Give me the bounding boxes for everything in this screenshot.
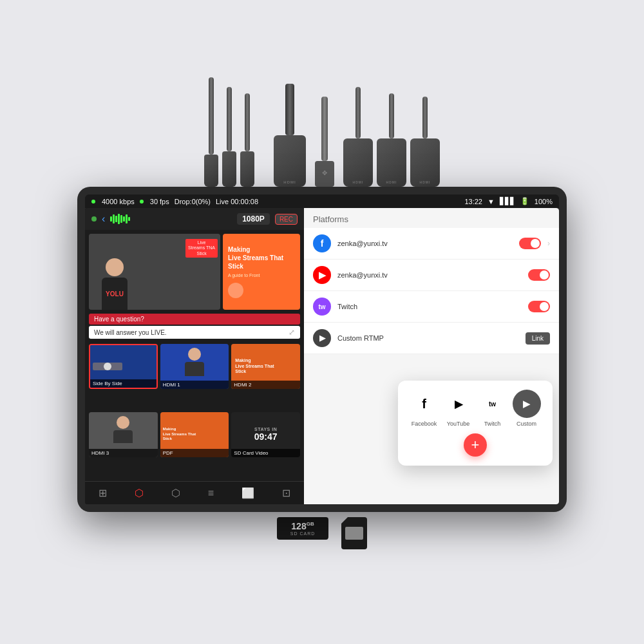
popup-facebook[interactable]: f Facebook	[410, 390, 439, 427]
tab-layers-icon[interactable]: ⬡	[131, 483, 147, 503]
secondary-text: MakingLive Streams ThatStick	[228, 245, 295, 270]
sd-card: 128GB SD CARD	[277, 517, 328, 540]
status-dot-fps	[140, 200, 144, 204]
platform-twitch[interactable]: tw Twitch	[304, 291, 559, 323]
twitch-icon: tw	[313, 298, 331, 316]
facebook-icon: f	[313, 234, 331, 252]
source-label-hdmi1: HDMI 1	[160, 381, 229, 389]
play-circle[interactable]	[228, 283, 243, 298]
rec-badge[interactable]: REC	[275, 214, 298, 225]
custom-rtmp-icon: ▶	[313, 329, 331, 347]
platform-facebook[interactable]: f zenka@yunxi.tv ›	[304, 228, 559, 260]
battery-label: 100%	[535, 198, 553, 205]
live-streams-banner: LiveStreams TNAStick	[185, 239, 218, 258]
status-dot-green	[91, 200, 95, 204]
source-pdf[interactable]: MakingLive Streams ThatStick PDF	[160, 412, 229, 457]
expand-icon[interactable]: ⤢	[289, 328, 295, 337]
source-label-hdmi2: HDMI 2	[231, 381, 300, 389]
sim-card	[341, 517, 367, 549]
live-label: Live 00:00:08	[216, 198, 258, 205]
screen: ‹ 1080P REC	[85, 208, 559, 504]
source-sdcard[interactable]: STAYS IN 09:47 SD Card Video	[231, 412, 300, 457]
tab-sliders-icon[interactable]: ≡	[204, 484, 218, 503]
source-label-sdcard: SD Card Video	[231, 449, 300, 457]
timer-value: 09:47	[254, 431, 278, 442]
back-button[interactable]: ‹	[102, 213, 105, 225]
resolution-badge: 1080P	[237, 213, 270, 225]
cable-r1: HDMI	[343, 87, 373, 187]
popup-custom-icon: ▶	[513, 390, 541, 418]
platform-custom-rtmp[interactable]: ▶ Custom RTMP Link	[304, 323, 559, 354]
popup-youtube-label: YouTube	[447, 421, 469, 427]
popup-twitch[interactable]: tw Twitch	[478, 390, 507, 427]
cable-group-left	[204, 77, 254, 187]
preview-secondary: MakingLive Streams ThatStick A guide to …	[223, 234, 300, 310]
signal-icon: ▋▋▋	[500, 197, 515, 205]
sim-inner	[345, 527, 363, 540]
body: YOLU	[102, 278, 128, 310]
twitch-name: Twitch	[337, 303, 522, 310]
popup-icons: f Facebook ▶ YouTube tw Twitch	[407, 390, 544, 427]
bottom-tabs: ⊞ ⬡ ⬡ ≡ ⬜ ⊡	[85, 481, 304, 504]
facebook-chevron: ›	[547, 239, 550, 248]
source-hdmi3[interactable]: HDMI 3	[89, 412, 158, 457]
tab-share-icon[interactable]: ⬡	[167, 483, 184, 503]
device: 4000 kbps 30 fps Drop:0(0%) Live 00:00:0…	[77, 187, 567, 512]
cable-center: HDMI	[274, 84, 306, 187]
preview-content: YOLU LiveStreams TNAStick	[89, 234, 220, 310]
cable-group-right: HDMI HDMI HDMI	[343, 87, 440, 187]
question-bar: Have a question?	[89, 314, 300, 325]
youtube-email: zenka@yunxi.tv	[337, 271, 522, 279]
secondary-subtitle: A guide to Front	[228, 273, 295, 278]
sd-card-size: 128GB	[283, 521, 322, 531]
status-bar: 4000 kbps 30 fps Drop:0(0%) Live 00:00:0…	[85, 194, 559, 208]
link-button[interactable]: Link	[526, 332, 550, 345]
popup-custom-label: Custom	[516, 421, 536, 427]
source-side-by-side[interactable]: Side By Side	[89, 344, 158, 389]
scene: HDMI ✥ HDMI HDMI	[58, 45, 586, 599]
source-label-side: Side By Side	[90, 379, 156, 388]
twitch-toggle[interactable]	[528, 301, 550, 312]
panel-header: ‹ 1080P REC	[85, 208, 304, 230]
presenter-figure: YOLU	[102, 258, 128, 310]
timer-label: STAYS IN	[254, 427, 277, 431]
time-label: 13:22	[464, 198, 482, 205]
facebook-email: zenka@yunxi.tv	[337, 240, 513, 247]
facebook-toggle[interactable]	[519, 238, 541, 249]
popup-facebook-label: Facebook	[412, 421, 437, 427]
popup-custom[interactable]: ▶ Custom	[513, 390, 541, 427]
popup-card: f Facebook ▶ YouTube tw Twitch	[398, 381, 553, 466]
add-platform-button[interactable]: +	[464, 433, 487, 457]
tab-chat-icon[interactable]: ⬜	[238, 483, 258, 503]
bitrate-label: 4000 kbps	[102, 198, 135, 205]
tab-calendar-icon[interactable]: ⊡	[278, 483, 294, 503]
audio-bars	[110, 214, 130, 224]
source-hdmi1[interactable]: HDMI 1	[160, 344, 229, 389]
drop-label: Drop:0(0%)	[175, 198, 211, 205]
custom-rtmp-label: Custom RTMP	[337, 334, 519, 342]
source-label-pdf: PDF	[160, 449, 229, 457]
answer-text: We will answer you LIVE.	[94, 329, 167, 336]
sd-card-label: SD CARD	[283, 531, 322, 536]
battery-icon: 🔋	[520, 197, 529, 205]
platform-youtube[interactable]: ▶ zenka@yunxi.tv	[304, 260, 559, 291]
fps-label: 30 fps	[150, 198, 169, 205]
youtube-toggle[interactable]	[528, 269, 550, 281]
right-panel: Platforms f zenka@yunxi.tv › ▶ zenka@yun…	[304, 208, 559, 504]
source-label-hdmi3: HDMI 3	[89, 449, 158, 457]
preview-area: YOLU LiveStreams TNAStick MakingLive Str…	[85, 230, 304, 314]
preview-main: YOLU LiveStreams TNAStick	[89, 234, 220, 310]
youtube-icon: ▶	[313, 266, 331, 284]
cables-area: HDMI ✥ HDMI HDMI	[77, 45, 567, 187]
answer-bar: We will answer you LIVE. ⤢	[89, 326, 300, 339]
source-hdmi2[interactable]: MakingLive Streams ThatStick HDMI 2	[231, 344, 300, 389]
popup-youtube[interactable]: ▶ YouTube	[444, 390, 473, 427]
wifi-icon: ▼	[488, 198, 495, 205]
tab-grid-icon[interactable]: ⊞	[95, 483, 111, 503]
popup-twitch-icon: tw	[478, 390, 507, 418]
bottom-accessories: 128GB SD CARD	[277, 517, 367, 549]
cable-1	[204, 77, 218, 187]
platforms-header: Platforms	[304, 208, 559, 228]
head	[106, 258, 124, 276]
logo-text: YOLU	[106, 290, 124, 298]
